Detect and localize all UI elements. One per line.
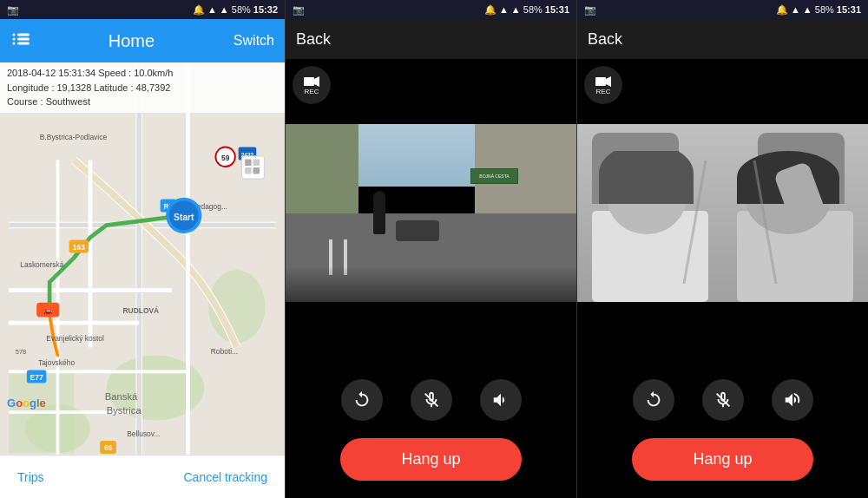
svg-marker-59 [606,76,611,87]
svg-rect-5 [17,42,30,44]
svg-text:RUDLOVÁ: RUDLOVÁ [122,306,159,315]
hangup-button-2[interactable]: Hang up [632,438,812,481]
camera-icon: 📷 [7,4,19,16]
info-line2: Longitude : 19,1328 Latitude : 48,7392 [7,81,278,95]
back-button-2[interactable]: Back [588,30,622,49]
status-icons: 🔔 ▲ ▲ 58% 15:32 [193,4,278,16]
rec-label-2: REC [596,88,611,95]
rec-button-1[interactable]: REC [293,66,331,104]
app-bar: Home Switch [0,19,285,62]
svg-rect-54 [253,167,260,174]
status-icons-2: 🔔 ▲ ▲ 58% 15:31 [484,4,569,16]
video-area-1: REC BOJNÁ CESTA [286,59,576,365]
svg-text:578: 578 [16,348,27,356]
svg-rect-52 [253,160,260,167]
svg-rect-55 [304,77,314,86]
svg-text:Start: Start [174,213,194,222]
camera-icon-2: 📷 [293,4,305,16]
controls-row-1 [286,365,576,431]
svg-text:59: 59 [221,154,230,162]
video-panel-front: 📷 🔔 ▲ ▲ 58% 15:31 Back REC [285,0,576,498]
home-title: Home [108,31,155,51]
black-area-bottom-2 [577,302,868,365]
hangup-row-2: Hang up [577,431,868,498]
info-bar: 2018-04-12 15:31:34 Speed : 10.0km/h Lon… [0,62,285,113]
rec-button-2[interactable]: REC [584,66,622,104]
controls-row-2 [577,365,868,431]
status-bar-map: 📷 🔔 ▲ ▲ 58% 15:32 [0,0,285,19]
svg-text:Banská: Banská [105,391,138,402]
svg-text:Bellusov...: Bellusov... [127,429,160,438]
speaker-button-1[interactable] [480,379,522,421]
svg-rect-58 [595,77,606,86]
rec-label-1: REC [305,88,319,95]
svg-point-0 [13,33,16,36]
svg-text:Tajovského: Tajovského [38,358,75,367]
google-logo: Google [7,396,46,410]
svg-text:Roboti...: Roboti... [211,347,238,356]
svg-text:🚗: 🚗 [43,306,53,316]
map-panel: 📷 🔔 ▲ ▲ 58% 15:32 Home Switch 2018-04-12… [0,0,285,498]
svg-text:Laskomerská: Laskomerská [20,260,63,269]
svg-text:66: 66 [104,443,113,452]
svg-text:B.Bystrica-Podlavice: B.Bystrica-Podlavice [40,133,108,141]
rotate-button-1[interactable] [341,379,383,421]
svg-text:163: 163 [73,243,85,252]
video-top-bar-1: Back [286,19,576,59]
svg-rect-3 [17,37,30,40]
map-container[interactable]: R1 163 E77 66 59 2432 B.Bystrica-Podlavi… [0,62,285,455]
mute-button-2[interactable] [702,379,744,421]
hangup-button-1[interactable]: Hang up [340,438,521,481]
svg-text:Evanjelický kostol: Evanjelický kostol [46,334,104,343]
status-bar-video1: 📷 🔔 ▲ ▲ 58% 15:31 [286,0,576,19]
black-area-bottom-1 [286,302,576,365]
bottom-bar: Trips Cancel tracking [0,455,285,498]
status-bar-video2: 📷 🔔 ▲ ▲ 58% 15:31 [577,0,868,19]
svg-rect-53 [245,167,252,174]
trips-button[interactable]: Trips [17,470,44,484]
svg-rect-1 [17,33,30,36]
svg-text:Bystrica: Bystrica [107,405,142,416]
switch-button[interactable]: Switch [233,33,274,49]
video-top-bar-2: Back [577,19,868,59]
info-line3: Course : Southwest [7,95,278,109]
camera-icon-3: 📷 [584,4,596,16]
road-video-feed: BOJNÁ CESTA [286,124,576,302]
cancel-tracking-button[interactable]: Cancel tracking [184,470,268,484]
hangup-row-1: Hang up [286,431,576,498]
info-line1: 2018-04-12 15:31:34 Speed : 10.0km/h [7,66,278,81]
svg-point-4 [13,42,16,44]
back-button-1[interactable]: Back [296,30,331,49]
speaker-button-2[interactable] [772,379,813,421]
svg-rect-50 [241,156,264,179]
status-icons-3: 🔔 ▲ ▲ 58% 15:31 [776,4,861,16]
mute-button-1[interactable] [411,379,452,421]
interior-video-feed [577,124,868,302]
video-panel-rear: 📷 🔔 ▲ ▲ 58% 15:31 Back REC [576,0,868,498]
svg-rect-51 [245,160,252,167]
menu-icon[interactable] [10,31,30,51]
svg-text:E77: E77 [30,373,43,382]
video-area-2: REC [577,59,868,365]
svg-marker-56 [314,76,319,87]
svg-point-2 [13,37,16,40]
rotate-button-2[interactable] [633,379,674,421]
